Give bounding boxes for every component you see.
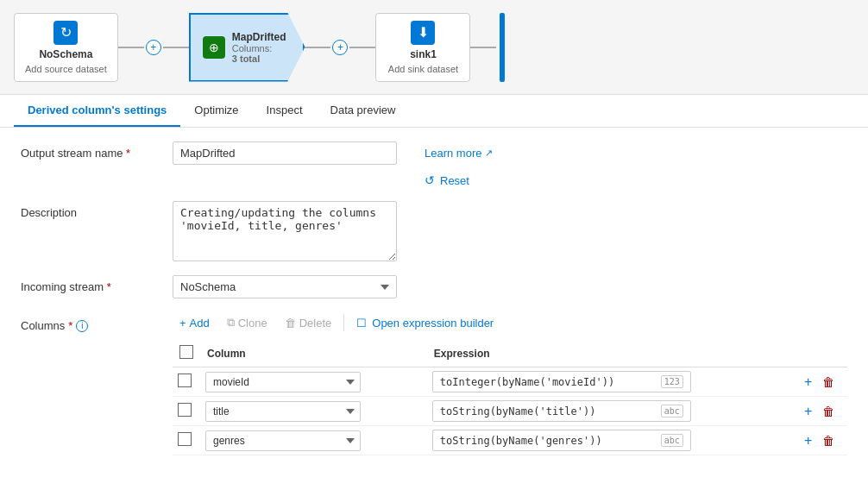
clone-label: Clone bbox=[238, 317, 267, 330]
row3-delete-button[interactable]: 🗑 bbox=[819, 432, 838, 449]
row1-expression-field[interactable]: toInteger(byName('movieId')) 123 bbox=[432, 371, 691, 392]
add-icon: + bbox=[179, 317, 186, 330]
add-node-btn-2[interactable]: + bbox=[332, 40, 348, 55]
row3-expression-text: toString(byName('genres')) bbox=[440, 435, 602, 447]
tab-derived[interactable]: Derived column's settings bbox=[14, 95, 180, 127]
node-sink1[interactable]: ⬇ sink1 Add sink dataset bbox=[375, 13, 470, 82]
open-expression-builder-button[interactable]: ☐ Open expression builder bbox=[349, 313, 500, 333]
sink1-sublabel: Add sink dataset bbox=[388, 64, 458, 74]
pipeline-bar: ↻ NoSchema Add source dataset + ⊕ MapDri… bbox=[0, 0, 868, 95]
row3-checkbox[interactable] bbox=[178, 432, 192, 446]
table-row: genres toString(byName('genres')) abc + bbox=[173, 426, 847, 455]
arrow-2 bbox=[163, 47, 189, 48]
external-link-icon: ↗ bbox=[485, 148, 493, 159]
columns-label: Columns * i bbox=[21, 312, 159, 332]
row2-checkbox[interactable] bbox=[178, 403, 192, 417]
arrow-5 bbox=[470, 47, 496, 48]
columns-info-icon[interactable]: i bbox=[76, 320, 88, 332]
select-all-checkbox[interactable] bbox=[179, 345, 193, 359]
description-row: Description Creating/updating the column… bbox=[21, 201, 847, 261]
noschema-label: NoSchema bbox=[39, 48, 92, 60]
expression-header: Expression bbox=[427, 340, 796, 367]
reset-label: Reset bbox=[440, 174, 469, 187]
reset-icon: ↺ bbox=[425, 173, 435, 187]
output-stream-row: Output stream name Learn more ↗ ↺ Reset bbox=[21, 141, 847, 187]
row1-add-button[interactable]: + bbox=[801, 373, 815, 392]
row3-expression-field[interactable]: toString(byName('genres')) abc bbox=[432, 430, 691, 451]
columns-toolbar: + Add ⧉ Clone 🗑 Delete ☐ Open expression… bbox=[173, 312, 847, 333]
arrow-4 bbox=[349, 47, 375, 48]
main-content: Output stream name Learn more ↗ ↺ Reset … bbox=[0, 128, 868, 492]
table-row: title toString(byName('title')) abc + bbox=[173, 397, 847, 426]
row1-delete-button[interactable]: 🗑 bbox=[819, 374, 838, 391]
delete-column-button[interactable]: 🗑 Delete bbox=[278, 313, 339, 333]
delete-icon: 🗑 bbox=[285, 317, 296, 330]
mapdrifted-icon: ⊕ bbox=[203, 36, 225, 59]
row1-expression-text: toInteger(byName('movieId')) bbox=[440, 376, 614, 388]
row3-badge: abc bbox=[661, 434, 683, 447]
output-stream-label: Output stream name bbox=[21, 141, 159, 160]
columns-required-star: * bbox=[68, 319, 72, 332]
row2-actions: + 🗑 bbox=[801, 402, 842, 421]
columns-section: Columns * i + Add ⧉ Clone 🗑 Delete bbox=[21, 312, 847, 455]
columns-table: Column Expression movieId bbox=[173, 340, 847, 455]
learn-more-link[interactable]: Learn more ↗ bbox=[425, 141, 493, 160]
toolbar-separator bbox=[343, 314, 344, 331]
add-node-btn-1[interactable]: + bbox=[146, 40, 161, 55]
row1-checkbox[interactable] bbox=[178, 374, 192, 387]
expr-builder-label: Open expression builder bbox=[372, 317, 494, 330]
row2-add-button[interactable]: + bbox=[801, 402, 815, 421]
tab-preview[interactable]: Data preview bbox=[317, 95, 410, 127]
mapdrifted-label: MapDrifted bbox=[232, 31, 286, 43]
source-icon: ↻ bbox=[53, 21, 78, 45]
active-indicator bbox=[500, 13, 505, 82]
incoming-stream-select[interactable]: NoSchema bbox=[173, 275, 397, 298]
tab-optimize[interactable]: Optimize bbox=[180, 95, 252, 127]
add-column-button[interactable]: + Add bbox=[173, 313, 217, 333]
incoming-stream-row: Incoming stream NoSchema bbox=[21, 275, 847, 298]
column-header: Column bbox=[200, 340, 427, 367]
row2-delete-button[interactable]: 🗑 bbox=[819, 403, 838, 420]
add-label: Add bbox=[190, 317, 210, 330]
arrow-1 bbox=[118, 47, 144, 48]
clone-column-button[interactable]: ⧉ Clone bbox=[220, 312, 274, 333]
row2-badge: abc bbox=[661, 405, 683, 418]
table-row: movieId toInteger(byName('movieId')) 123 bbox=[173, 367, 847, 397]
row2-expression-field[interactable]: toString(byName('title')) abc bbox=[432, 400, 691, 422]
columns-label-text: Columns bbox=[21, 319, 65, 332]
node-mapdrifted[interactable]: ⊕ MapDrifted Columns: 3 total bbox=[189, 13, 305, 82]
row1-actions: + 🗑 bbox=[801, 373, 842, 392]
mapdrifted-columns-label: Columns: bbox=[232, 43, 286, 53]
row1-badge: 123 bbox=[661, 375, 683, 388]
description-input[interactable]: Creating/updating the columns 'movieId, … bbox=[173, 201, 397, 261]
sink1-label: sink1 bbox=[410, 48, 437, 60]
row3-column-select[interactable]: genres bbox=[205, 430, 361, 451]
delete-label: Delete bbox=[299, 317, 332, 330]
tab-inspect[interactable]: Inspect bbox=[253, 95, 317, 127]
incoming-stream-label: Incoming stream bbox=[21, 275, 159, 293]
node-noschema[interactable]: ↻ NoSchema Add source dataset bbox=[14, 13, 118, 82]
columns-content: + Add ⧉ Clone 🗑 Delete ☐ Open expression… bbox=[173, 312, 847, 455]
reset-button[interactable]: ↺ Reset bbox=[425, 173, 493, 187]
row3-actions: + 🗑 bbox=[801, 431, 842, 450]
clone-icon: ⧉ bbox=[227, 316, 235, 330]
output-stream-input[interactable] bbox=[173, 141, 397, 165]
row2-column-select[interactable]: title bbox=[205, 401, 361, 422]
sink-icon: ⬇ bbox=[411, 21, 435, 45]
learn-more-text: Learn more bbox=[425, 147, 481, 160]
expr-builder-icon: ☐ bbox=[356, 317, 367, 330]
arrow-3 bbox=[305, 47, 330, 48]
description-label: Description bbox=[21, 201, 159, 219]
mapdrifted-columns-count: 3 total bbox=[232, 53, 286, 64]
tabs-bar: Derived column's settings Optimize Inspe… bbox=[0, 95, 868, 128]
row2-expression-text: toString(byName('title')) bbox=[440, 405, 596, 418]
row3-add-button[interactable]: + bbox=[801, 431, 815, 450]
noschema-sublabel: Add source dataset bbox=[25, 64, 107, 74]
row1-column-select[interactable]: movieId bbox=[205, 372, 361, 392]
